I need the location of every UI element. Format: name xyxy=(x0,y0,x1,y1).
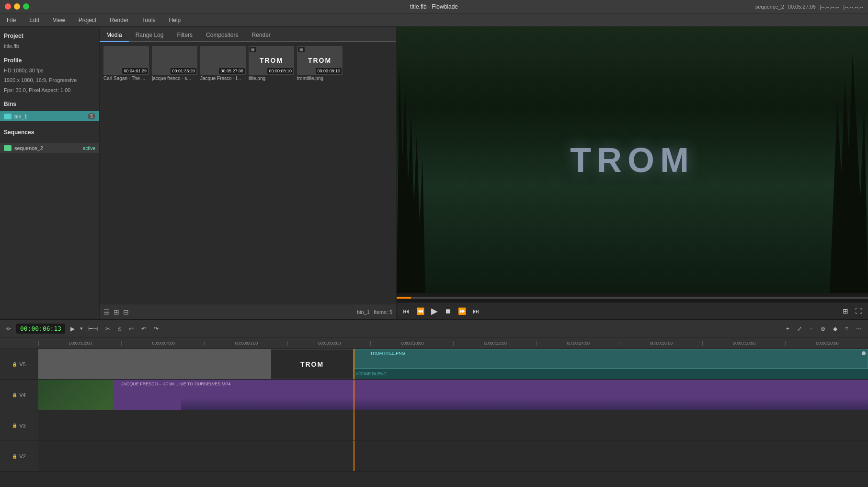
media-clip-carl-sagan[interactable]: 00:04:01:29 Carl Sagan - The ... xyxy=(103,46,149,81)
menu-edit[interactable]: Edit xyxy=(26,16,42,24)
step-back-button[interactable]: ⏪ xyxy=(414,306,427,316)
tl-zoom-out[interactable]: − xyxy=(807,325,815,333)
track-content-v2[interactable] xyxy=(38,441,868,471)
tl-keyframe-button[interactable]: ◆ xyxy=(831,325,840,333)
bin-item-bin1[interactable]: bin_1 5 xyxy=(0,111,99,121)
ruler-marks: 00:00:02:00 00:00:04:00 00:00:06:00 00:0… xyxy=(38,341,868,346)
tl-trim-button[interactable]: ⊢⊣ xyxy=(86,325,100,333)
clip-gray-v5[interactable] xyxy=(38,349,271,379)
tab-media[interactable]: Media xyxy=(100,29,129,42)
tl-snap-button[interactable]: ⊕ xyxy=(818,325,828,333)
tab-compositors[interactable]: Compositors xyxy=(199,29,245,42)
menu-view[interactable]: View xyxy=(50,16,68,24)
clip-teal-label: TROMTITLE.PNG xyxy=(370,351,405,356)
media-toolbar: ☰ ⊞ ⊟ bin_1 Items: 5 xyxy=(100,304,396,319)
toolbar-icon-grid-small[interactable]: ⊞ xyxy=(114,308,119,316)
clip-trom-v5[interactable]: TROM xyxy=(271,349,354,379)
ruler-mark-6: 00:00:14:00 xyxy=(536,341,619,346)
tl-ripple-button[interactable]: ≡ xyxy=(843,325,851,333)
ruler-mark-9: 00:00:20:00 xyxy=(785,341,868,346)
menu-project[interactable]: Project xyxy=(76,16,99,24)
clip-duration: 00:05:27:06 xyxy=(219,68,245,74)
tab-render[interactable]: Render xyxy=(245,29,277,42)
center-panel: Media Range Log Filters Compositors Rend… xyxy=(100,27,397,319)
timeline-ruler: 00:00:02:00 00:00:04:00 00:00:06:00 00:0… xyxy=(0,337,868,349)
bin-name: bin_1 xyxy=(14,114,27,119)
window-title: title.flb - Flowblade xyxy=(410,3,458,10)
go-to-start-button[interactable]: ⏮ xyxy=(400,306,412,316)
lock-icon-v4: 🔒 xyxy=(12,393,17,397)
image-type-icon: ▦ xyxy=(298,47,305,52)
clip-v4-thumbnail[interactable] xyxy=(38,380,113,410)
menu-render[interactable]: Render xyxy=(107,16,131,24)
profile-section-title: Profile xyxy=(0,55,99,66)
tl-undo-button[interactable]: ↶ xyxy=(139,325,148,333)
profile-dimensions: 1920 x 1080, 16:9, Progressive xyxy=(0,75,99,85)
media-clip-title-png[interactable]: ▦ TROM 00:00:08:10 title.png xyxy=(249,46,294,81)
clip-teal-v5[interactable] xyxy=(354,349,868,369)
clip-v4-label: JACQUE FRESCO – -IF WI... IVE TO OURSELV… xyxy=(121,382,230,386)
menu-help[interactable]: Help xyxy=(166,16,184,24)
sequence-name: sequence_2 xyxy=(14,145,43,151)
tl-split-button[interactable]: ✂ xyxy=(103,325,113,333)
tl-overwrite-button[interactable]: ↩ xyxy=(126,325,136,333)
tl-more-button[interactable]: ⋯ xyxy=(854,325,864,333)
menu-file[interactable]: File xyxy=(4,16,19,24)
clip-label: tromtitle.png xyxy=(297,76,343,81)
tl-edit-tool[interactable]: ✏ xyxy=(4,325,13,333)
bin-folder-icon xyxy=(4,114,11,119)
media-clip-jacque1[interactable]: 00:01:36:20 jacque fresco - s... xyxy=(152,46,197,81)
maximize-button[interactable] xyxy=(23,3,29,10)
tab-range-log[interactable]: Range Log xyxy=(129,29,171,42)
minimize-button[interactable] xyxy=(14,3,20,10)
toolbar-icon-grid-large[interactable]: ⊟ xyxy=(123,308,129,316)
track-content-v3[interactable] xyxy=(38,410,868,441)
media-clip-tromtitle-png[interactable]: ▦ TROM 00:00:08:10 tromtitle.png xyxy=(297,46,343,81)
tracks-container: 🔒 V5 TROM TROMTITLE.PNG AFFINE BLEND 🔒 xyxy=(0,349,868,487)
close-button[interactable] xyxy=(5,3,11,10)
step-forward-button[interactable]: ⏩ xyxy=(456,306,468,316)
image-type-icon: ▦ xyxy=(250,47,256,52)
clip-duration: 00:04:01:29 xyxy=(122,68,148,74)
tl-play-button[interactable]: ▶ xyxy=(68,325,77,333)
preview-scrubber[interactable] xyxy=(397,293,868,302)
media-clip-jacque2[interactable]: 00:05:27:06 Jacque Fresco - l... xyxy=(200,46,246,81)
stop-button[interactable]: ⏹ xyxy=(442,306,454,316)
profile-resolution: HD 1080p 30 fps xyxy=(0,66,99,76)
preview-grid-button[interactable]: ⊞ xyxy=(840,306,851,316)
clip-thumbnail-jacque1: 00:01:36:20 xyxy=(152,46,197,75)
ruler-mark-8: 00:00:18:00 xyxy=(702,341,785,346)
go-to-end-button[interactable]: ⏭ xyxy=(470,306,482,316)
menubar: File Edit View Project Render Tools Help xyxy=(0,13,868,27)
track-content-v5[interactable]: TROM TROMTITLE.PNG AFFINE BLEND xyxy=(38,349,868,379)
tab-filters[interactable]: Filters xyxy=(170,29,199,42)
clip-thumbnail-title-png: ▦ TROM 00:00:08:10 xyxy=(249,46,294,75)
clip-thumbnail-tromtitle-png: ▦ TROM 00:00:08:10 xyxy=(297,46,343,75)
preview-fullscreen-button[interactable]: ⛶ xyxy=(853,306,864,316)
project-section-title: Project xyxy=(0,31,99,41)
tl-zoom-fit[interactable]: ⤢ xyxy=(795,325,804,333)
ruler-mark-5: 00:00:12:00 xyxy=(453,341,536,346)
track-content-v4[interactable]: JACQUE FRESCO – -IF WI... IVE TO OURSELV… xyxy=(38,380,868,410)
sequence-timecode-display: 00:05:27:06 xyxy=(788,4,816,10)
tl-zoom-in[interactable]: + xyxy=(784,325,792,333)
tl-lift-button[interactable]: ⎋ xyxy=(115,325,124,333)
toolbar-icon-list[interactable]: ☰ xyxy=(103,308,110,316)
track-label-v3: V3 xyxy=(19,423,25,429)
track-header-v4: 🔒 V4 xyxy=(0,380,38,410)
play-button[interactable]: ▶ xyxy=(429,304,440,318)
track-label-v4: V4 xyxy=(19,392,25,398)
title-png-preview: TROM xyxy=(260,57,283,64)
playhead-v2 xyxy=(354,441,354,471)
scrubber-progress xyxy=(397,297,411,299)
playhead-v5 xyxy=(354,349,354,379)
tl-redo-button[interactable]: ↷ xyxy=(151,325,161,333)
tree-left xyxy=(397,67,425,293)
menu-tools[interactable]: Tools xyxy=(139,16,159,24)
ruler-mark-2: 00:00:06:00 xyxy=(204,341,287,346)
preview-video: TROM xyxy=(397,27,868,293)
tl-play-dropdown[interactable]: ▾ xyxy=(80,325,83,332)
sequence-item-seq2[interactable]: sequence_2 active xyxy=(0,143,99,153)
main-layout: Project title.flb Profile HD 1080p 30 fp… xyxy=(0,27,868,319)
corner-marker xyxy=(862,351,866,355)
